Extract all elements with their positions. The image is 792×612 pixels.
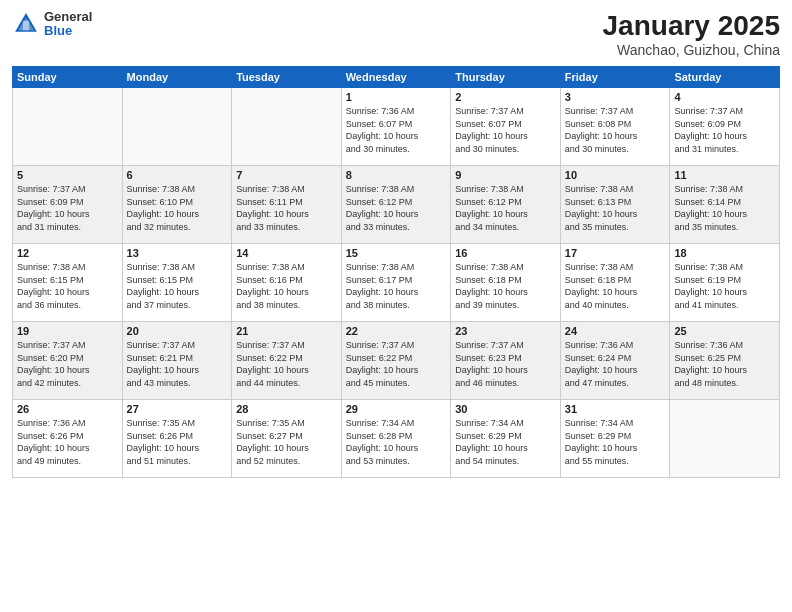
day-number: 26: [17, 403, 118, 415]
day-info: Sunrise: 7:37 AM Sunset: 6:21 PM Dayligh…: [127, 339, 228, 389]
col-thursday: Thursday: [451, 67, 561, 88]
calendar-week-row: 26Sunrise: 7:36 AM Sunset: 6:26 PM Dayli…: [13, 400, 780, 478]
day-number: 13: [127, 247, 228, 259]
day-number: 17: [565, 247, 666, 259]
table-row: [670, 400, 780, 478]
day-number: 11: [674, 169, 775, 181]
day-info: Sunrise: 7:38 AM Sunset: 6:12 PM Dayligh…: [455, 183, 556, 233]
calendar-week-row: 12Sunrise: 7:38 AM Sunset: 6:15 PM Dayli…: [13, 244, 780, 322]
day-number: 16: [455, 247, 556, 259]
day-info: Sunrise: 7:38 AM Sunset: 6:17 PM Dayligh…: [346, 261, 447, 311]
logo-icon: [12, 10, 40, 38]
col-monday: Monday: [122, 67, 232, 88]
day-info: Sunrise: 7:36 AM Sunset: 6:26 PM Dayligh…: [17, 417, 118, 467]
day-number: 1: [346, 91, 447, 103]
day-info: Sunrise: 7:38 AM Sunset: 6:12 PM Dayligh…: [346, 183, 447, 233]
table-row: 14Sunrise: 7:38 AM Sunset: 6:16 PM Dayli…: [232, 244, 342, 322]
table-row: 2Sunrise: 7:37 AM Sunset: 6:07 PM Daylig…: [451, 88, 561, 166]
day-number: 28: [236, 403, 337, 415]
day-info: Sunrise: 7:38 AM Sunset: 6:14 PM Dayligh…: [674, 183, 775, 233]
day-number: 3: [565, 91, 666, 103]
day-number: 31: [565, 403, 666, 415]
svg-rect-2: [23, 21, 29, 30]
day-info: Sunrise: 7:38 AM Sunset: 6:13 PM Dayligh…: [565, 183, 666, 233]
table-row: [122, 88, 232, 166]
table-row: 6Sunrise: 7:38 AM Sunset: 6:10 PM Daylig…: [122, 166, 232, 244]
logo: General Blue: [12, 10, 92, 39]
col-saturday: Saturday: [670, 67, 780, 88]
table-row: 23Sunrise: 7:37 AM Sunset: 6:23 PM Dayli…: [451, 322, 561, 400]
table-row: 3Sunrise: 7:37 AM Sunset: 6:08 PM Daylig…: [560, 88, 670, 166]
table-row: 21Sunrise: 7:37 AM Sunset: 6:22 PM Dayli…: [232, 322, 342, 400]
calendar-table: Sunday Monday Tuesday Wednesday Thursday…: [12, 66, 780, 478]
day-info: Sunrise: 7:34 AM Sunset: 6:29 PM Dayligh…: [565, 417, 666, 467]
day-number: 14: [236, 247, 337, 259]
table-row: 26Sunrise: 7:36 AM Sunset: 6:26 PM Dayli…: [13, 400, 123, 478]
logo-text: General Blue: [44, 10, 92, 39]
day-number: 22: [346, 325, 447, 337]
calendar-subtitle: Wanchao, Guizhou, China: [603, 42, 780, 58]
table-row: 17Sunrise: 7:38 AM Sunset: 6:18 PM Dayli…: [560, 244, 670, 322]
day-number: 4: [674, 91, 775, 103]
calendar-week-row: 5Sunrise: 7:37 AM Sunset: 6:09 PM Daylig…: [13, 166, 780, 244]
day-info: Sunrise: 7:36 AM Sunset: 6:25 PM Dayligh…: [674, 339, 775, 389]
day-info: Sunrise: 7:37 AM Sunset: 6:20 PM Dayligh…: [17, 339, 118, 389]
table-row: 9Sunrise: 7:38 AM Sunset: 6:12 PM Daylig…: [451, 166, 561, 244]
day-info: Sunrise: 7:38 AM Sunset: 6:10 PM Dayligh…: [127, 183, 228, 233]
table-row: 25Sunrise: 7:36 AM Sunset: 6:25 PM Dayli…: [670, 322, 780, 400]
day-info: Sunrise: 7:38 AM Sunset: 6:19 PM Dayligh…: [674, 261, 775, 311]
table-row: [13, 88, 123, 166]
day-info: Sunrise: 7:38 AM Sunset: 6:16 PM Dayligh…: [236, 261, 337, 311]
day-info: Sunrise: 7:37 AM Sunset: 6:08 PM Dayligh…: [565, 105, 666, 155]
day-info: Sunrise: 7:38 AM Sunset: 6:11 PM Dayligh…: [236, 183, 337, 233]
table-row: 1Sunrise: 7:36 AM Sunset: 6:07 PM Daylig…: [341, 88, 451, 166]
table-row: 7Sunrise: 7:38 AM Sunset: 6:11 PM Daylig…: [232, 166, 342, 244]
table-row: 16Sunrise: 7:38 AM Sunset: 6:18 PM Dayli…: [451, 244, 561, 322]
day-info: Sunrise: 7:38 AM Sunset: 6:18 PM Dayligh…: [455, 261, 556, 311]
table-row: 30Sunrise: 7:34 AM Sunset: 6:29 PM Dayli…: [451, 400, 561, 478]
table-row: 19Sunrise: 7:37 AM Sunset: 6:20 PM Dayli…: [13, 322, 123, 400]
table-row: [232, 88, 342, 166]
calendar-week-row: 1Sunrise: 7:36 AM Sunset: 6:07 PM Daylig…: [13, 88, 780, 166]
table-row: 5Sunrise: 7:37 AM Sunset: 6:09 PM Daylig…: [13, 166, 123, 244]
logo-general-text: General: [44, 10, 92, 24]
table-row: 12Sunrise: 7:38 AM Sunset: 6:15 PM Dayli…: [13, 244, 123, 322]
table-row: 31Sunrise: 7:34 AM Sunset: 6:29 PM Dayli…: [560, 400, 670, 478]
day-number: 12: [17, 247, 118, 259]
day-number: 20: [127, 325, 228, 337]
day-info: Sunrise: 7:37 AM Sunset: 6:07 PM Dayligh…: [455, 105, 556, 155]
day-info: Sunrise: 7:37 AM Sunset: 6:22 PM Dayligh…: [236, 339, 337, 389]
table-row: 11Sunrise: 7:38 AM Sunset: 6:14 PM Dayli…: [670, 166, 780, 244]
day-number: 25: [674, 325, 775, 337]
col-friday: Friday: [560, 67, 670, 88]
calendar-week-row: 19Sunrise: 7:37 AM Sunset: 6:20 PM Dayli…: [13, 322, 780, 400]
table-row: 22Sunrise: 7:37 AM Sunset: 6:22 PM Dayli…: [341, 322, 451, 400]
table-row: 15Sunrise: 7:38 AM Sunset: 6:17 PM Dayli…: [341, 244, 451, 322]
day-number: 18: [674, 247, 775, 259]
day-info: Sunrise: 7:38 AM Sunset: 6:18 PM Dayligh…: [565, 261, 666, 311]
header: General Blue January 2025 Wanchao, Guizh…: [12, 10, 780, 58]
day-number: 10: [565, 169, 666, 181]
day-number: 30: [455, 403, 556, 415]
table-row: 28Sunrise: 7:35 AM Sunset: 6:27 PM Dayli…: [232, 400, 342, 478]
logo-blue-text: Blue: [44, 24, 92, 38]
day-number: 9: [455, 169, 556, 181]
col-wednesday: Wednesday: [341, 67, 451, 88]
calendar-title: January 2025: [603, 10, 780, 42]
day-number: 6: [127, 169, 228, 181]
page: General Blue January 2025 Wanchao, Guizh…: [0, 0, 792, 612]
day-number: 24: [565, 325, 666, 337]
title-block: January 2025 Wanchao, Guizhou, China: [603, 10, 780, 58]
table-row: 18Sunrise: 7:38 AM Sunset: 6:19 PM Dayli…: [670, 244, 780, 322]
day-info: Sunrise: 7:35 AM Sunset: 6:26 PM Dayligh…: [127, 417, 228, 467]
day-number: 7: [236, 169, 337, 181]
day-number: 5: [17, 169, 118, 181]
table-row: 24Sunrise: 7:36 AM Sunset: 6:24 PM Dayli…: [560, 322, 670, 400]
day-info: Sunrise: 7:37 AM Sunset: 6:23 PM Dayligh…: [455, 339, 556, 389]
day-info: Sunrise: 7:34 AM Sunset: 6:29 PM Dayligh…: [455, 417, 556, 467]
table-row: 10Sunrise: 7:38 AM Sunset: 6:13 PM Dayli…: [560, 166, 670, 244]
day-info: Sunrise: 7:37 AM Sunset: 6:22 PM Dayligh…: [346, 339, 447, 389]
day-info: Sunrise: 7:38 AM Sunset: 6:15 PM Dayligh…: [127, 261, 228, 311]
calendar-header-row: Sunday Monday Tuesday Wednesday Thursday…: [13, 67, 780, 88]
day-number: 23: [455, 325, 556, 337]
